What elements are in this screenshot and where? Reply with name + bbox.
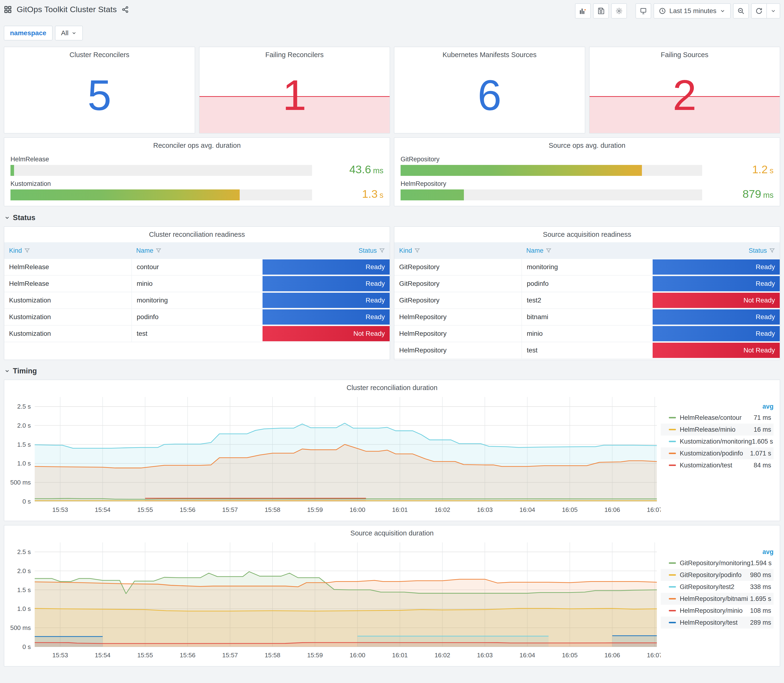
status-badge: Ready bbox=[263, 276, 390, 291]
legend-series-swatch bbox=[669, 610, 676, 611]
legend-series-avg: 1.695 s bbox=[750, 595, 771, 603]
table-row: KustomizationpodinfoReady bbox=[4, 309, 390, 325]
gauge-body: GitRepository1.2sHelmRepository879ms bbox=[394, 149, 780, 200]
legend-avg-header[interactable]: avg bbox=[661, 401, 774, 412]
column-header-status[interactable]: Status bbox=[263, 242, 390, 259]
column-header-name[interactable]: Name bbox=[131, 242, 262, 259]
chart-legend: avgHelmRelease/contour71 msHelmRelease/m… bbox=[661, 392, 780, 517]
svg-text:15:56: 15:56 bbox=[180, 506, 196, 513]
legend-series-name[interactable]: HelmRelease/contour bbox=[680, 414, 754, 422]
svg-text:16:01: 16:01 bbox=[392, 506, 408, 513]
legend-series-name[interactable]: HelmRepository/test bbox=[680, 619, 750, 626]
variable-namespace-value-dropdown[interactable]: All bbox=[55, 26, 83, 40]
chart-svg[interactable]: 0 s500 ms1.0 s1.5 s2.0 s2.5 s15:5315:541… bbox=[6, 538, 661, 661]
zoom-out-button[interactable] bbox=[733, 3, 749, 19]
status-badge: Ready bbox=[653, 276, 780, 291]
legend-series-name[interactable]: HelmRepository/bitnami bbox=[680, 595, 750, 603]
save-dashboard-button[interactable] bbox=[593, 3, 609, 19]
table-row: HelmRepositoryminioReady bbox=[394, 325, 780, 342]
legend-series-avg: 84 ms bbox=[754, 462, 771, 469]
chevron-down-icon bbox=[720, 8, 725, 14]
add-panel-button[interactable] bbox=[575, 3, 591, 19]
svg-text:15:54: 15:54 bbox=[95, 652, 111, 659]
svg-text:15:57: 15:57 bbox=[222, 506, 238, 513]
cell-name: test2 bbox=[521, 292, 653, 308]
legend-series-name[interactable]: Kustomization/monitoring bbox=[680, 438, 752, 445]
table-panel-title[interactable]: Cluster reconciliation readiness bbox=[4, 227, 390, 239]
legend-item: HelmRelease/contour71 ms bbox=[661, 412, 774, 423]
section-status[interactable]: Status bbox=[4, 213, 780, 222]
chart-title[interactable]: Source acquisition duration bbox=[4, 526, 780, 537]
stat-panel-title[interactable]: Failing Reconcilers bbox=[199, 47, 390, 59]
legend-series-avg: 108 ms bbox=[750, 607, 771, 614]
legend-series-avg: 16 ms bbox=[754, 426, 771, 433]
stat-panel-title[interactable]: Cluster Reconcilers bbox=[4, 47, 195, 59]
legend-series-name[interactable]: GitRepository/podinfo bbox=[680, 571, 750, 579]
legend-series-name[interactable]: GitRepository/monitoring bbox=[680, 560, 750, 567]
legend-series-name[interactable]: HelmRelease/minio bbox=[680, 426, 754, 433]
cell-name: monitoring bbox=[131, 292, 262, 308]
dashboard-page: GitOps Toolkit Cluster Stats bbox=[0, 0, 784, 683]
refresh-button-group bbox=[751, 3, 780, 19]
legend-series-avg: 338 ms bbox=[750, 583, 771, 591]
column-header-status[interactable]: Status bbox=[653, 242, 780, 259]
legend-item: HelmRepository/bitnami1.695 s bbox=[661, 593, 774, 605]
filter-icon bbox=[156, 248, 161, 253]
legend-series-name[interactable]: HelmRepository/minio bbox=[680, 607, 750, 614]
gauge-fill bbox=[401, 189, 464, 200]
column-header-kind[interactable]: Kind bbox=[4, 242, 131, 259]
legend-series-name[interactable]: GitRepository/test2 bbox=[680, 583, 750, 591]
cell-kind: Kustomization bbox=[4, 309, 131, 325]
legend-series-swatch bbox=[669, 562, 676, 564]
tv-mode-button[interactable] bbox=[635, 3, 651, 19]
share-icon[interactable] bbox=[122, 6, 129, 13]
gauge-label: GitRepository bbox=[401, 156, 702, 163]
apps-grid-icon[interactable] bbox=[4, 5, 12, 14]
time-range-picker[interactable]: Last 15 minutes bbox=[654, 3, 731, 19]
refresh-interval-dropdown[interactable] bbox=[767, 3, 780, 19]
chart-legend: avgGitRepository/monitoring1.594 sGitRep… bbox=[661, 537, 780, 662]
stat-panel: Failing Sources2 bbox=[589, 46, 781, 133]
column-header-name[interactable]: Name bbox=[521, 242, 653, 259]
legend-avg-header[interactable]: avg bbox=[661, 547, 774, 557]
svg-text:16:00: 16:00 bbox=[350, 652, 366, 659]
chart-title[interactable]: Cluster reconciliation duration bbox=[4, 380, 780, 392]
table-row: HelmReleaseminioReady bbox=[4, 276, 390, 292]
stat-value: 2 bbox=[590, 74, 780, 117]
svg-text:16:06: 16:06 bbox=[604, 652, 620, 659]
svg-text:16:02: 16:02 bbox=[434, 506, 450, 513]
toolbar: Last 15 minutes bbox=[575, 3, 780, 19]
table-header-row: KindNameStatus bbox=[4, 242, 390, 259]
table: KindNameStatusHelmReleasecontourReadyHel… bbox=[4, 242, 390, 342]
column-header-kind[interactable]: Kind bbox=[394, 242, 521, 259]
gauge-value: 879ms bbox=[702, 188, 774, 200]
refresh-button[interactable] bbox=[751, 3, 767, 19]
chart-svg[interactable]: 0 s500 ms1.0 s1.5 s2.0 s2.5 s15:5315:541… bbox=[6, 393, 661, 516]
chart-plot-area[interactable]: 0 s500 ms1.0 s1.5 s2.0 s2.5 s15:5315:541… bbox=[4, 537, 661, 662]
cell-name: monitoring bbox=[521, 259, 653, 275]
svg-text:16:03: 16:03 bbox=[477, 652, 493, 659]
stat-panel-title[interactable]: Kubernetes Manifests Sources bbox=[394, 47, 585, 59]
legend-item: HelmRepository/minio108 ms bbox=[661, 605, 774, 617]
section-timing[interactable]: Timing bbox=[4, 367, 780, 375]
dashboard-header: GitOps Toolkit Cluster Stats bbox=[4, 3, 780, 19]
stat-panel-title[interactable]: Failing Sources bbox=[590, 47, 780, 59]
gauge-panel-title[interactable]: Source ops avg. duration bbox=[394, 138, 780, 149]
time-range-label: Last 15 minutes bbox=[669, 7, 717, 15]
cell-name: podinfo bbox=[131, 309, 262, 325]
cell-kind: HelmRelease bbox=[4, 276, 131, 292]
gauge-row: GitRepository1.2s bbox=[401, 156, 774, 176]
gauge-track bbox=[10, 189, 312, 200]
settings-button[interactable] bbox=[611, 3, 627, 19]
svg-text:15:53: 15:53 bbox=[52, 506, 68, 513]
chart-plot-area[interactable]: 0 s500 ms1.0 s1.5 s2.0 s2.5 s15:5315:541… bbox=[4, 392, 661, 517]
svg-text:15:59: 15:59 bbox=[307, 652, 323, 659]
gauge-panel-title[interactable]: Reconciler ops avg. duration bbox=[4, 138, 390, 149]
table-panel-title[interactable]: Source acquisition readiness bbox=[394, 227, 780, 239]
variable-namespace-label[interactable]: namespace bbox=[4, 26, 53, 40]
legend-series-name[interactable]: Kustomization/test bbox=[680, 462, 754, 469]
filter-icon bbox=[24, 248, 30, 253]
legend-series-name[interactable]: Kustomization/podinfo bbox=[680, 450, 750, 457]
cell-kind: GitRepository bbox=[394, 259, 521, 275]
stat-value: 1 bbox=[199, 74, 390, 117]
